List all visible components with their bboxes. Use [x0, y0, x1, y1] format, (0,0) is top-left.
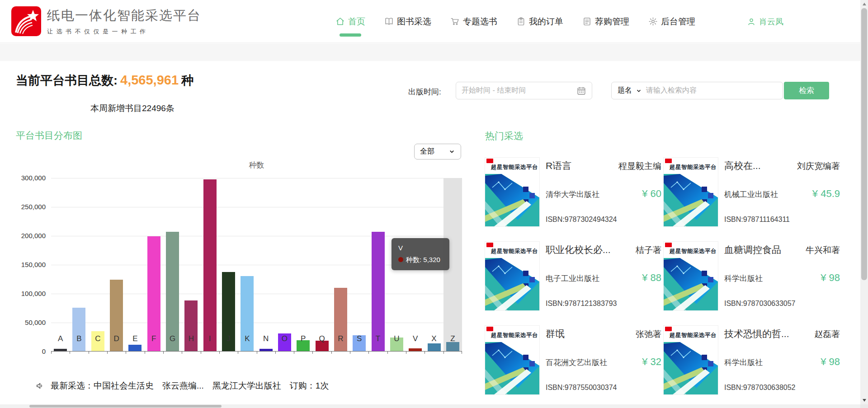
book-cover[interactable]: 超星智能采选平台 [485, 158, 539, 226]
chart-filter-value: 全部 [420, 147, 434, 156]
book-card[interactable]: 超星智能采选平台 R语言 程显毅主编 清华大学出版社 ¥ 60 ISBN:978… [485, 158, 661, 226]
nav-item-cart[interactable]: 专题选书 [450, 0, 497, 43]
book-cover[interactable]: 超星智能采选平台 [485, 326, 539, 394]
speaker-icon [35, 381, 45, 391]
nav-item-label: 我的订单 [529, 16, 563, 28]
book-publisher: 百花洲文艺出版社 [546, 357, 607, 368]
book-author: 赵磊著 [814, 328, 840, 340]
book-price: ¥ 98 [821, 356, 840, 368]
axis-tick [51, 352, 52, 354]
vertical-scrollbar[interactable] [860, 0, 868, 404]
book-publisher: 科学出版社 [724, 357, 763, 368]
axis-tick [238, 352, 238, 354]
horizontal-scrollbar[interactable] [0, 404, 860, 408]
book-icon [384, 17, 394, 26]
y-axis-tick-label: 300,000 [16, 174, 46, 182]
book-card[interactable]: 超星智能采选平台 血糖调控食品 牛兴和著 科学出版社 ¥ 98 ISBN:978… [664, 242, 840, 310]
y-axis-tick-label: 0 [16, 347, 46, 355]
bar-B[interactable] [72, 308, 85, 352]
cover-art [485, 258, 539, 310]
horizontal-scroll-thumb[interactable] [29, 405, 222, 408]
axis-tick [182, 352, 182, 354]
platform-logo[interactable]: 纸电一体化智能采选平台 让选书不仅仅是一种工作 [11, 6, 201, 36]
scroll-up-button[interactable] [860, 0, 868, 8]
cover-art [485, 174, 539, 226]
nav-item-home[interactable]: 首页 [335, 0, 365, 43]
nav-item-label: 图书采选 [397, 16, 431, 28]
bar-H[interactable] [184, 300, 198, 352]
search-field-select[interactable]: 题名 [618, 86, 642, 95]
cart-icon [450, 17, 460, 26]
book-card[interactable]: 超星智能采选平台 技术恐惧的哲... 赵磊著 科学出版社 ¥ 98 ISBN:9… [664, 326, 840, 394]
book-price: ¥ 60 [642, 188, 661, 200]
x-axis-tick-label: F [144, 334, 163, 343]
nav-item-label: 首页 [348, 16, 365, 28]
nav-item-order[interactable]: 我的订单 [516, 0, 563, 43]
x-axis-tick-label: X [425, 334, 443, 343]
bar-X[interactable] [428, 343, 441, 352]
bar-E[interactable] [128, 345, 142, 352]
chaoxing-mini-logo-icon [486, 159, 493, 163]
book-price: ¥ 88 [642, 272, 661, 284]
cover-brand-text: 超星智能采选平台 [664, 332, 717, 339]
nav-item-gear[interactable]: 后台管理 [648, 0, 695, 43]
book-cover[interactable]: 超星智能采选平台 [485, 242, 539, 310]
chaoxing-mini-logo-icon [486, 327, 493, 331]
book-cover[interactable]: 超星智能采选平台 [664, 158, 718, 226]
total-books-value: 4,565,961 [118, 73, 181, 87]
book-author: 张弛著 [636, 328, 661, 340]
book-card[interactable]: 超星智能采选平台 群氓 张弛著 百花洲文艺出版社 ¥ 32 ISBN:97875… [485, 326, 661, 394]
x-axis-tick-label: D [107, 334, 126, 343]
user-menu[interactable]: 肖云凤 [747, 0, 783, 43]
scroll-down-button[interactable] [860, 397, 868, 404]
book-info: 群氓 张弛著 百花洲文艺出版社 ¥ 32 ISBN:9787550030374 [546, 326, 661, 394]
vertical-scroll-thumb[interactable] [861, 8, 867, 280]
chaoxing-mini-logo-icon [486, 243, 493, 247]
book-card[interactable]: 超星智能采选平台 高校在... 刘庆宽编著 机械工业出版社 ¥ 45.9 ISB… [664, 158, 840, 226]
book-info: R语言 程显毅主编 清华大学出版社 ¥ 60 ISBN:978730249432… [546, 158, 661, 226]
keyword-search-box[interactable]: 题名 请输入检索内容 [611, 82, 783, 99]
x-axis-tick-label: K [238, 334, 257, 343]
chaoxing-mini-logo-icon [665, 159, 672, 163]
nav-item-book[interactable]: 图书采选 [384, 0, 431, 43]
date-range-input[interactable]: 开始时间 - 结束时间 [456, 82, 592, 99]
book-author: 程显毅主编 [618, 160, 661, 172]
search-input[interactable]: 请输入检索内容 [646, 86, 697, 95]
date-range-placeholder: 开始时间 - 结束时间 [462, 86, 526, 95]
nav-item-recommend[interactable]: 荐购管理 [582, 0, 629, 43]
book-author: 桔子著 [636, 244, 661, 256]
y-axis-tick-label: 200,000 [16, 232, 46, 239]
book-info: 职业化校长必... 桔子著 电子工业出版社 ¥ 88 ISBN:97871213… [546, 242, 661, 310]
gridline [51, 178, 462, 178]
search-button[interactable]: 检索 [784, 82, 829, 99]
book-cover[interactable]: 超星智能采选平台 [664, 326, 718, 394]
total-books-label: 当前平台书目总数: [16, 74, 118, 87]
x-axis-tick-label: A [51, 334, 70, 343]
x-axis-tick-label: N [256, 334, 275, 343]
cover-brand-text: 超星智能采选平台 [664, 164, 717, 171]
hot-picks-title: 热门采选 [485, 130, 523, 142]
book-author: 牛兴和著 [806, 244, 840, 256]
book-info: 高校在... 刘庆宽编著 机械工业出版社 ¥ 45.9 ISBN:9787111… [724, 158, 840, 226]
x-axis-tick-label: P [294, 334, 313, 343]
bar-G[interactable] [166, 232, 179, 352]
user-icon [747, 17, 756, 26]
chaoxing-mini-logo-icon [665, 243, 672, 247]
axis-tick [331, 352, 332, 354]
book-price: ¥ 45.9 [812, 188, 840, 200]
axis-tick [462, 352, 462, 354]
publish-time-label: 出版时间: [408, 87, 441, 97]
book-card[interactable]: 超星智能采选平台 职业化校长必... 桔子著 电子工业出版社 ¥ 88 ISBN… [485, 242, 661, 310]
book-cover[interactable]: 超星智能采选平台 [664, 242, 718, 310]
x-axis-tick-label: T [368, 334, 387, 343]
x-axis-line [51, 351, 462, 352]
x-axis-tick-label: S [350, 334, 369, 343]
cover-art [664, 342, 718, 394]
y-axis-tick-label: 50,000 [16, 319, 46, 326]
bar-I[interactable] [203, 179, 217, 352]
bar-T[interactable] [372, 232, 385, 352]
axis-tick [443, 352, 444, 354]
tooltip-category: V [398, 242, 443, 254]
axis-tick [107, 352, 108, 354]
x-axis-tick-label: E [126, 334, 145, 343]
